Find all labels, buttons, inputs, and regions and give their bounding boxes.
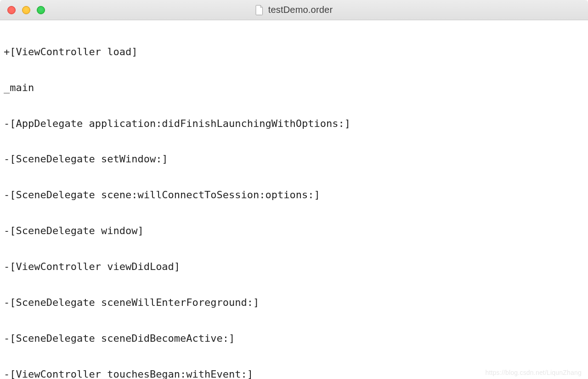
code-line: -[SceneDelegate sceneWillEnterForeground… <box>4 297 584 309</box>
title-center: testDemo.order <box>0 5 588 15</box>
code-line: -[AppDelegate application:didFinishLaunc… <box>4 118 584 130</box>
text-editor-window: testDemo.order +[ViewController load] _m… <box>0 0 588 379</box>
code-line: -[SceneDelegate window] <box>4 225 584 237</box>
document-icon <box>255 5 264 15</box>
code-line: -[SceneDelegate sceneDidBecomeActive:] <box>4 333 584 345</box>
window-title: testDemo.order <box>268 5 333 15</box>
zoom-icon[interactable] <box>37 6 45 14</box>
close-icon[interactable] <box>7 6 16 14</box>
text-content[interactable]: +[ViewController load] _main -[AppDelega… <box>0 20 588 379</box>
code-line: _main <box>4 82 584 94</box>
minimize-icon[interactable] <box>22 6 30 14</box>
code-line: -[SceneDelegate scene:willConnectToSessi… <box>4 189 584 201</box>
code-line: -[SceneDelegate setWindow:] <box>4 153 584 165</box>
code-line: +[ViewController load] <box>4 46 584 58</box>
code-line: -[ViewController viewDidLoad] <box>4 261 584 273</box>
titlebar[interactable]: testDemo.order <box>0 0 588 20</box>
traffic-lights <box>0 6 45 14</box>
watermark: https://blog.csdn.net/LiqunZhang <box>485 369 582 376</box>
